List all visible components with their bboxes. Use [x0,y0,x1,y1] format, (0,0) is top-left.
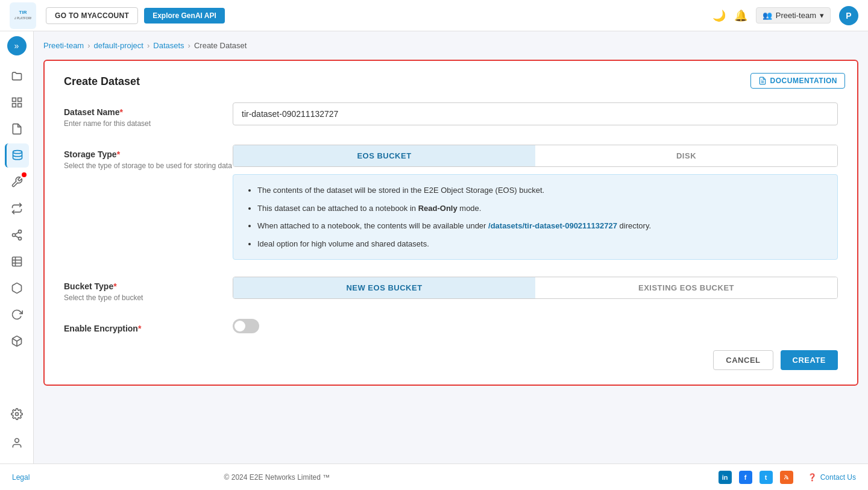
encryption-row: Enable Encryption* [64,319,838,333]
sidebar: » [0,31,34,463]
sidebar-item-table[interactable] [5,250,29,274]
sidebar-bottom [5,401,29,459]
svg-point-10 [18,237,21,240]
storage-disk-button[interactable]: DISK [535,145,837,166]
header-right: 🌙 🔔 👥 Preeti-team ▾ P [712,6,858,25]
breadcrumb-team[interactable]: Preeti-team [43,41,84,50]
sidebar-item-folder[interactable] [5,64,29,88]
sidebar-item-file[interactable] [5,117,29,141]
svg-point-7 [13,151,22,154]
svg-rect-6 [17,104,21,107]
sidebar-item-network[interactable] [5,223,29,247]
encryption-slider [233,319,259,333]
chevron-down-icon: ▾ [820,11,824,20]
svg-line-12 [15,232,19,234]
team-selector[interactable]: 👥 Preeti-team ▾ [756,7,831,24]
info-bullet-1: The contents of the dataset will be stor… [257,184,825,196]
header: TIR AI PLATFORM GO TO MYACCOUNT Explore … [0,0,868,31]
breadcrumb-current: Create Dataset [194,41,247,50]
storage-type-row: Storage Type* Select the type of storage… [64,145,838,260]
create-button[interactable]: CREATE [781,350,838,370]
eos-info-box: The contents of the dataset will be stor… [233,174,838,260]
breadcrumb-sep2: › [147,41,149,50]
svg-point-8 [18,230,21,233]
storage-eos-button[interactable]: EOS BUCKET [233,145,535,166]
dataset-name-row: Dataset Name* Enter name for this datase… [64,102,838,128]
dataset-name-label-col: Dataset Name* Enter name for this datase… [64,102,233,128]
sidebar-toggle[interactable]: » [7,36,27,55]
svg-point-18 [15,413,18,416]
form-container: Create Dataset DOCUMENTATION Dataset Nam… [43,60,858,386]
tools-badge [22,172,27,177]
sidebar-item-refresh[interactable] [5,303,29,327]
breadcrumb-sep3: › [188,41,190,50]
bucket-new-button[interactable]: NEW EOS BUCKET [233,277,535,298]
sidebar-item-deploy[interactable] [5,276,29,300]
logo-icon: TIR AI PLATFORM [14,7,31,24]
encryption-toggle[interactable] [233,319,259,333]
bell-icon[interactable]: 🔔 [734,9,747,22]
team-label: Preeti-team [776,11,816,20]
bucket-type-field-col: NEW EOS BUCKET EXISTING EOS BUCKET [233,277,838,299]
sidebar-item-grid[interactable] [5,90,29,115]
sidebar-item-pipeline[interactable] [5,196,29,221]
main-content: Preeti-team › default-project › Datasets… [34,31,868,463]
sidebar-item-tools[interactable] [5,170,29,194]
action-row: CANCEL CREATE [64,350,838,370]
breadcrumb-project[interactable]: default-project [94,41,143,50]
bucket-type-row: Bucket Type* Select the type of bucket N… [64,277,838,302]
svg-point-9 [12,234,15,237]
dataset-name-field-col [233,102,838,125]
svg-rect-3 [12,98,16,102]
storage-type-label-col: Storage Type* Select the type of storage… [64,145,233,170]
avatar[interactable]: P [839,6,858,25]
genai-button[interactable]: Explore GenAI API [144,8,225,24]
doc-icon [758,77,767,85]
logo-box: TIR AI PLATFORM [10,2,36,29]
svg-text:AI PLATFORM: AI PLATFORM [14,16,31,20]
bucket-existing-button[interactable]: EXISTING EOS BUCKET [535,277,837,298]
svg-line-11 [15,236,19,237]
header-buttons: GO TO MYACCOUNT Explore GenAI API [46,7,225,24]
breadcrumb-sep1: › [87,41,90,50]
doc-button-label: DOCUMENTATION [770,77,837,85]
encryption-field-col [233,319,838,333]
bucket-type-label: Bucket Type* [64,281,233,291]
svg-point-19 [14,439,19,443]
info-bullet-2: This dataset can be attached to a notebo… [257,203,825,215]
team-person-icon: 👥 [763,11,772,20]
page-title: Create Dataset [64,75,838,88]
svg-rect-13 [12,257,21,266]
svg-rect-5 [12,104,16,107]
storage-type-desc: Select the type of storage to be used fo… [64,162,233,170]
sidebar-user[interactable] [5,431,29,455]
dataset-name-desc: Enter name for this dataset [64,119,233,128]
myaccount-button[interactable]: GO TO MYACCOUNT [46,7,138,24]
sidebar-item-box[interactable] [5,329,29,353]
bucket-type-desc: Select the type of bucket [64,294,233,302]
encryption-label-col: Enable Encryption* [64,319,233,333]
sidebar-settings[interactable] [5,402,29,426]
svg-text:TIR: TIR [19,10,27,15]
documentation-button[interactable]: DOCUMENTATION [750,73,845,89]
info-bullet-3: When attached to a notebook, the content… [257,220,825,232]
svg-rect-4 [17,98,21,102]
encryption-label: Enable Encryption* [64,324,233,333]
storage-type-toggle: EOS BUCKET DISK [233,145,838,167]
dataset-name-label: Dataset Name* [64,107,233,117]
bucket-type-toggle: NEW EOS BUCKET EXISTING EOS BUCKET [233,277,838,299]
storage-type-field-col: EOS BUCKET DISK The contents of the data… [233,145,838,260]
breadcrumb-datasets[interactable]: Datasets [153,41,184,50]
sidebar-item-dataset[interactable] [5,143,29,168]
bucket-type-label-col: Bucket Type* Select the type of bucket [64,277,233,302]
dataset-name-input[interactable] [233,102,838,125]
moon-icon[interactable]: 🌙 [712,9,726,22]
cancel-button[interactable]: CANCEL [713,350,773,370]
storage-type-label: Storage Type* [64,149,233,159]
info-bullet-4: Ideal option for high volume and shared … [257,238,825,250]
logo-area: TIR AI PLATFORM [10,2,36,29]
breadcrumb: Preeti-team › default-project › Datasets… [43,39,858,52]
